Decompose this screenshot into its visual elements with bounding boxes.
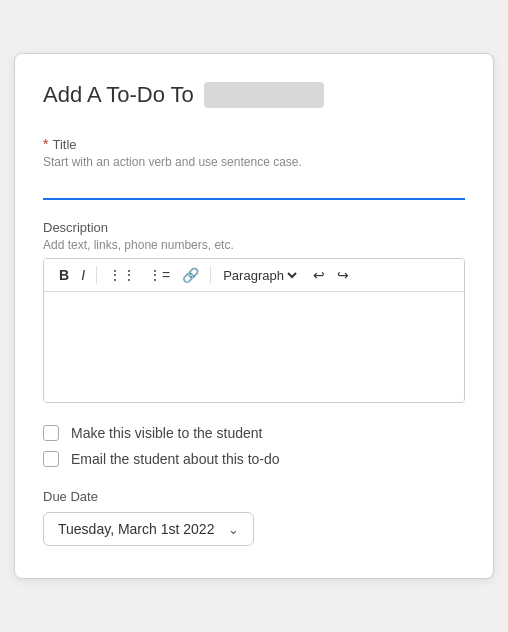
bullet-list-button[interactable]: ⋮⋮: [103, 265, 141, 285]
page-title: Add A To-Do To: [43, 82, 465, 108]
title-label-text: Title: [52, 137, 76, 152]
due-date-dropdown[interactable]: Tuesday, March 1st 2022 ⌄: [43, 512, 254, 546]
required-indicator: *: [43, 136, 48, 152]
bold-button[interactable]: B: [54, 265, 74, 285]
description-hint: Add text, links, phone numbers, etc.: [43, 238, 465, 252]
editor-toolbar: B I ⋮⋮ ⋮= 🔗 Paragraph Heading 1 Heading …: [44, 259, 464, 292]
editor-content-area[interactable]: [44, 292, 464, 402]
visible-checkbox[interactable]: [43, 425, 59, 441]
paragraph-select-wrap: Paragraph Heading 1 Heading 2 Heading 3: [219, 267, 300, 284]
due-date-section: Due Date Tuesday, March 1st 2022 ⌄: [43, 489, 465, 546]
due-date-label: Due Date: [43, 489, 465, 504]
checkboxes-section: Make this visible to the student Email t…: [43, 425, 465, 467]
title-field-section: * Title Start with an action verb and us…: [43, 136, 465, 200]
page-title-text: Add A To-Do To: [43, 82, 194, 108]
undo-redo-group: ↩ ↪: [308, 265, 354, 285]
due-date-value: Tuesday, March 1st 2022: [58, 521, 214, 537]
title-label: * Title: [43, 136, 465, 152]
link-button[interactable]: 🔗: [177, 265, 204, 285]
undo-button[interactable]: ↩: [308, 265, 330, 285]
title-input[interactable]: [43, 174, 465, 200]
todo-recipient-placeholder: [204, 82, 324, 108]
title-hint: Start with an action verb and use senten…: [43, 155, 465, 169]
email-checkbox[interactable]: [43, 451, 59, 467]
redo-button[interactable]: ↪: [332, 265, 354, 285]
chevron-down-icon: ⌄: [228, 522, 239, 537]
email-checkbox-label[interactable]: Email the student about this to-do: [71, 451, 280, 467]
toolbar-divider-1: [96, 266, 97, 284]
description-label: Description: [43, 220, 465, 235]
rich-text-editor: B I ⋮⋮ ⋮= 🔗 Paragraph Heading 1 Heading …: [43, 258, 465, 403]
add-todo-card: Add A To-Do To * Title Start with an act…: [14, 53, 494, 579]
visible-checkbox-label[interactable]: Make this visible to the student: [71, 425, 262, 441]
email-checkbox-row: Email the student about this to-do: [43, 451, 465, 467]
description-field-section: Description Add text, links, phone numbe…: [43, 220, 465, 403]
ordered-list-button[interactable]: ⋮=: [143, 265, 175, 285]
italic-button[interactable]: I: [76, 265, 90, 285]
toolbar-divider-2: [210, 266, 211, 284]
visible-checkbox-row: Make this visible to the student: [43, 425, 465, 441]
paragraph-select[interactable]: Paragraph Heading 1 Heading 2 Heading 3: [219, 267, 300, 284]
